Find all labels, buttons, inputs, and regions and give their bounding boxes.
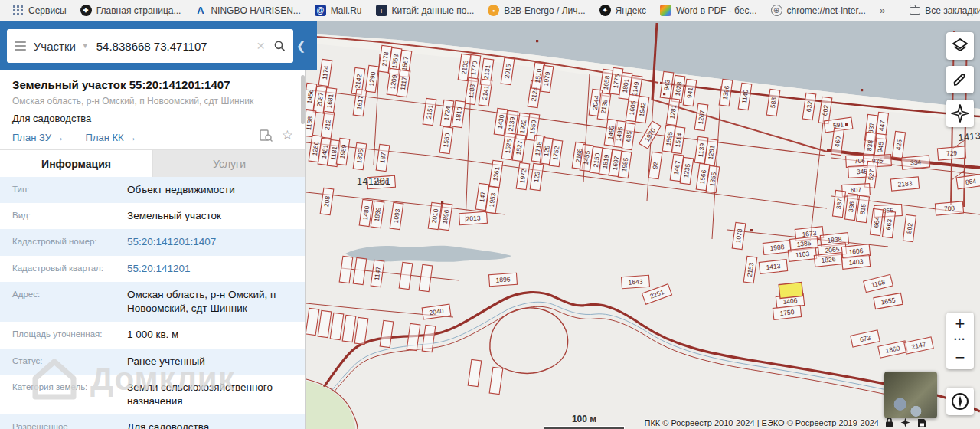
parcel[interactable]: 92 [648,152,662,178]
zoom-in-button[interactable]: + [946,313,974,336]
parcel[interactable]: 1174 [318,59,332,86]
parcel-unlabeled[interactable] [419,264,433,291]
parcel[interactable]: 208 [320,188,334,215]
parcel[interactable]: 1290 [365,65,379,92]
parcel[interactable]: 1103 [788,247,816,262]
parcel[interactable]: 1988 [763,241,791,255]
tab-inactive[interactable]: Услуги [153,150,305,177]
bookmark-item[interactable]: Word в PDF - бес... [654,2,763,18]
parcel-unlabeled[interactable] [380,320,394,347]
zoom-out-button[interactable]: − [946,346,974,369]
parcel[interactable]: 1750 [773,306,801,320]
parcel-unlabeled[interactable] [342,315,356,342]
search-category-dropdown[interactable]: Участки ▼ [34,40,89,53]
parcel[interactable]: 1281 [666,98,680,125]
parcel-unlabeled[interactable] [318,310,332,337]
parcel-unlabeled[interactable] [354,317,368,344]
bookmark-item[interactable]: B2B-Energo / Лич... [482,2,591,18]
parcel[interactable]: 1403 [841,255,870,270]
parcel[interactable]: 386 [844,193,858,220]
menu-icon[interactable] [15,41,26,51]
parcel[interactable]: 708 [935,201,963,215]
parcel[interactable]: 664 [870,208,883,235]
parcel[interactable]: 864 [956,174,980,189]
parcel[interactable]: 2183 [890,177,919,191]
lock-icon[interactable] [885,418,893,427]
parcel-unlabeled[interactable] [407,323,420,350]
all-bookmarks-button[interactable]: Все закладки [903,3,980,18]
parcel[interactable]: 1078 [732,222,746,249]
parcel[interactable]: 2040 [422,304,451,319]
map-canvas[interactable]: 1174217815631867214212901209111714562087… [306,21,980,429]
collapse-panel-chevron[interactable]: ❮ [295,39,307,53]
parcel[interactable]: 334 [901,156,929,169]
parcel[interactable]: 1158 [306,110,316,136]
bookmark-item[interactable]: Главная страница... [74,2,188,18]
parcel[interactable]: 1805 [353,142,367,169]
parcel-unlabeled[interactable] [489,367,503,394]
parcel[interactable]: 1093 [390,202,403,229]
attribute-value[interactable]: 55:20:141201 [127,262,293,276]
parcel[interactable]: 1267 [694,103,708,130]
parcel[interactable]: 123 [530,163,544,190]
bookmark-item[interactable]: chrome://net-inter... [765,2,872,18]
parcel[interactable]: 1972 [516,162,530,189]
parcel[interactable]: 2151 [423,98,436,125]
measure-button[interactable] [946,66,974,93]
parcel-unlabeled[interactable] [306,308,319,335]
parcel[interactable]: 1655 [874,293,903,309]
compass-button[interactable] [946,388,974,415]
parcel[interactable]: 2013 [459,211,488,224]
parcel[interactable]: 1413 [759,260,787,274]
parcel-unlabeled[interactable] [468,359,482,386]
parcel-unlabeled[interactable] [399,262,413,289]
search-icon[interactable] [273,38,286,54]
clear-search-icon[interactable]: ✕ [256,40,266,52]
parcel[interactable]: 1839 [371,201,384,228]
parcel[interactable]: 1188 [465,77,479,104]
cadastral-map-svg[interactable]: 1174217815631867214212901209111714562087… [306,21,980,429]
selected-parcel[interactable] [779,282,803,298]
plan-link[interactable]: План КК → [86,132,137,143]
bookmark-item[interactable]: Сервисы [6,2,73,18]
parcel[interactable]: 2147 [904,337,933,354]
parcel[interactable]: 1643 [622,275,650,288]
parcel[interactable]: 1361 [489,160,503,187]
parcel-unlabeled[interactable] [330,313,344,339]
bookmark-item[interactable]: NINGBO HAIRISEN... [188,2,306,18]
tab-active[interactable]: Информация [0,150,153,177]
parcel-unlabeled[interactable] [339,256,353,283]
save-icon[interactable] [917,418,926,427]
parcel[interactable]: 1896 [489,273,518,286]
search-input[interactable] [96,40,249,53]
parcel[interactable]: 673 [851,330,880,347]
parcel[interactable]: 729 [937,146,965,160]
parcel-unlabeled[interactable] [353,257,367,284]
parcel[interactable]: 1168 [864,274,893,292]
parcel[interactable]: 1860 [878,341,907,358]
parcel[interactable]: 187 [376,144,390,171]
parcel[interactable]: 1810 [452,100,466,127]
bookmark-item[interactable]: Mail.Ru [309,2,368,18]
parcel[interactable]: 212 [321,111,335,138]
parcel[interactable]: 1480 [359,199,373,226]
zoom-levels-dots[interactable]: ••• [954,336,965,346]
parcel[interactable]: 1826 [814,253,842,267]
zoom-control[interactable]: + ••• − [946,313,974,369]
parcel[interactable]: 387 [832,190,845,217]
parcel[interactable]: 1550 [439,126,453,153]
bookmark-item[interactable]: Яндекс [593,2,652,18]
star-icon[interactable] [900,418,910,427]
bookmark-item[interactable]: Китай: данные по... [370,2,481,18]
bookmarks-overflow-chevron[interactable]: » [874,5,891,16]
locate-button[interactable] [946,100,974,127]
parcel[interactable]: 2153 [743,256,757,283]
attribute-value[interactable]: 55:20:141201:1407 [127,235,293,249]
parcel[interactable]: 425 [892,131,905,158]
plan-link[interactable]: План ЗУ → [12,132,64,143]
basemap-thumbnail[interactable] [884,372,937,418]
parcel[interactable]: 1147 [371,260,384,287]
preview-icon[interactable] [260,129,273,142]
panel-scrollbar[interactable] [301,75,305,124]
search-box[interactable]: Участки ▼ ✕ [7,29,293,63]
